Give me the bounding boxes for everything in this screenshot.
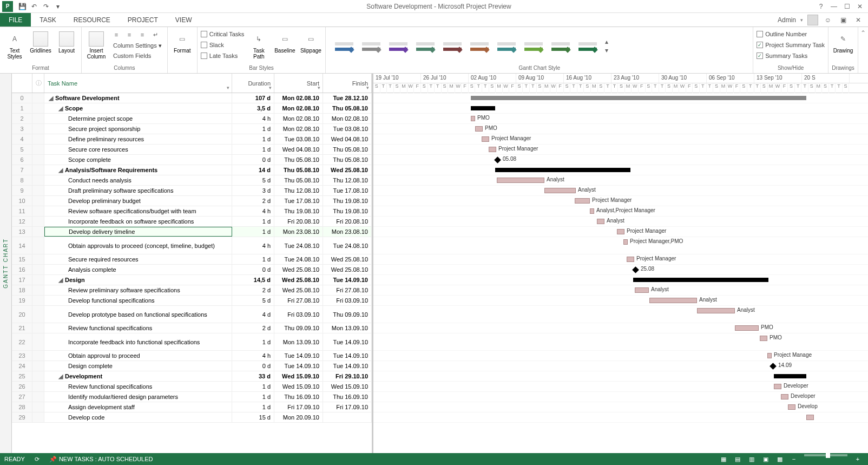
duration-cell[interactable]: 4 h [232,114,274,123]
gantt-row[interactable]: Analyst,Project Manager [373,206,868,217]
gantt-row[interactable]: Developer [373,382,868,392]
task-path-button[interactable]: ↳Task Path [247,29,270,60]
table-row[interactable]: 9 Draft preliminary software specificati… [12,186,372,196]
header-duration[interactable]: Duration▾ [232,74,274,93]
task-name-cell[interactable]: Analysis complete [44,265,232,274]
gallery-up-icon[interactable]: ▴ [605,38,608,45]
gantt-row[interactable]: 14.09 [373,361,868,371]
start-cell[interactable]: Tue 14.09.10 [274,351,323,361]
finish-cell[interactable]: Thu 12.08.10 [323,175,372,185]
zoom-slider[interactable] [804,454,847,456]
gantt-row[interactable]: Project Manager,PMO [373,237,868,254]
duration-cell[interactable]: 1 d [232,333,274,350]
gantt-row[interactable]: Analyst [373,186,868,196]
task-name-cell[interactable]: Review preliminary software specificatio… [44,285,232,295]
task-name-cell[interactable]: Define preliminary resources [44,134,232,144]
row-number[interactable]: 6 [12,155,32,165]
finish-cell[interactable]: Wed 15.09.10 [323,382,372,391]
finish-cell[interactable]: Thu 05.08.10 [323,155,372,165]
summary-bar[interactable] [471,106,495,110]
gantt-row[interactable]: Analyst [373,285,868,296]
finish-cell[interactable]: Tue 14.09.10 [323,333,372,350]
row-number[interactable]: 28 [12,402,32,412]
finish-cell[interactable]: Fri 03.09.10 [323,296,372,305]
close-doc-icon[interactable]: ✕ [853,15,864,25]
start-cell[interactable]: Thu 19.08.10 [274,206,323,216]
finish-cell[interactable]: Fri 20.08.10 [323,217,372,226]
row-number[interactable]: 29 [12,412,32,422]
duration-cell[interactable]: 5 d [232,175,274,185]
table-row[interactable]: 25 ◢Development 33 d Wed 15.09.10 Fri 29… [12,371,372,382]
task-name-cell[interactable]: Determine project scope [44,114,232,123]
duration-cell[interactable]: 4 h [232,351,274,361]
finish-cell[interactable]: Thu 16.09.10 [323,392,372,402]
task-bar[interactable] [482,136,489,142]
gantt-row[interactable]: Developer [373,392,868,402]
gantt-row[interactable]: Analyst [373,306,868,323]
task-name-cell[interactable]: ◢Design [44,275,232,285]
duration-cell[interactable]: 15 d [232,412,274,422]
duration-cell[interactable]: 0 d [232,361,274,371]
task-bar[interactable] [497,178,544,183]
chevron-down-icon[interactable]: ▾ [227,85,229,90]
row-number[interactable]: 10 [12,196,32,206]
task-name-cell[interactable]: Conduct needs analysis [44,175,232,185]
avatar[interactable] [807,15,818,25]
wrap-text-icon[interactable]: ↵ [150,29,161,40]
row-number[interactable]: 20 [12,306,32,323]
gantt-row[interactable]: PMO [373,323,868,333]
row-number[interactable]: 19 [12,296,32,305]
outline-toggle-icon[interactable]: ◢ [58,105,64,112]
view-resource-icon[interactable]: ▣ [760,454,772,464]
ribbon-collapse-icon[interactable]: ▣ [838,15,849,25]
row-number[interactable]: 25 [12,371,32,381]
start-cell[interactable]: Fri 03.09.10 [274,306,323,323]
start-cell[interactable]: Wed 25.08.10 [274,275,323,285]
gantt-row[interactable]: Analyst [373,175,868,186]
duration-cell[interactable]: 4 h [232,237,274,254]
task-name-cell[interactable]: Design complete [44,361,232,371]
finish-cell[interactable]: Mon 13.09.10 [323,323,372,333]
row-number[interactable]: 26 [12,382,32,391]
start-cell[interactable]: Mon 02.08.10 [274,114,323,123]
task-bar[interactable] [806,415,814,420]
task-name-cell[interactable]: ◢Software Development [44,93,232,103]
finish-cell[interactable]: Tue 14.09.10 [323,351,372,361]
task-name-cell[interactable]: Incorporate feedback on software specifi… [44,217,232,226]
start-cell[interactable]: Tue 03.08.10 [274,134,323,144]
tab-view[interactable]: VIEW [167,13,201,27]
tab-file[interactable]: FILE [0,13,31,27]
milestone-icon[interactable] [770,363,777,370]
start-cell[interactable]: Fri 27.08.10 [274,296,323,305]
task-bar[interactable] [623,239,628,245]
duration-cell[interactable]: 5 d [232,296,274,305]
finish-cell[interactable]: Wed 25.08.10 [323,254,372,264]
finish-cell[interactable]: Fri 27.08.10 [323,285,372,295]
table-row[interactable]: 24 Design complete 0 d Tue 14.09.10 Tue … [12,361,372,371]
task-name-cell[interactable]: Develop prototype based on functional sp… [44,306,232,323]
table-row[interactable]: 8 Conduct needs analysis 5 d Thu 05.08.1… [12,175,372,186]
table-row[interactable]: 6 Scope complete 0 d Thu 05.08.10 Thu 05… [12,155,372,165]
start-cell[interactable]: Mon 02.08.10 [274,124,323,134]
task-bar[interactable] [774,384,781,389]
tab-task[interactable]: TASK [31,13,64,27]
start-cell[interactable]: Tue 24.08.10 [274,254,323,264]
gantt-style-option[interactable] [495,36,518,56]
summary-bar[interactable] [633,278,768,282]
row-number[interactable]: 21 [12,323,32,333]
slack-checkbox[interactable]: Slack [201,40,245,50]
task-name-cell[interactable]: Review functional specifications [44,382,232,391]
chevron-down-icon[interactable]: ▾ [366,85,369,90]
duration-cell[interactable]: 14 d [232,165,274,175]
table-row[interactable]: 11 Review software specifications/budget… [12,206,372,217]
table-row[interactable]: 18 Review preliminary software specifica… [12,285,372,296]
duration-cell[interactable]: 1 d [232,382,274,391]
task-name-cell[interactable]: Incorporate feedback into functional spe… [44,333,232,350]
view-report-icon[interactable]: ▩ [774,454,786,464]
task-bar[interactable] [590,208,594,214]
minimize-button[interactable]: — [828,2,840,11]
gantt-row[interactable]: Develop [373,402,868,412]
table-row[interactable]: 19 Develop functional specifications 5 d… [12,296,372,306]
start-cell[interactable]: Wed 15.09.10 [274,382,323,391]
task-name-cell[interactable]: Develop code [44,412,232,422]
